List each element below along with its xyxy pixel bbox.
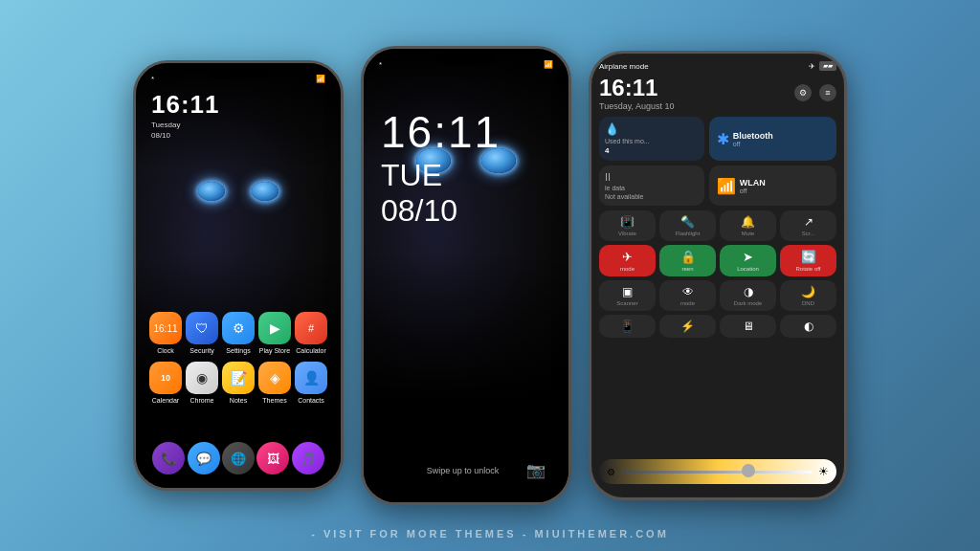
app-calendar[interactable]: 10 Calendar	[149, 362, 182, 404]
dnd-icon: 🌙	[801, 285, 815, 298]
scanner-label: Scanner	[616, 300, 637, 306]
airplane-icon: ✈	[809, 62, 815, 71]
bluetooth-name: Bluetooth	[733, 131, 773, 141]
app-settings[interactable]: ⚙ Settings	[222, 312, 255, 354]
cc-dnd-tile[interactable]: 🌙 DND	[780, 280, 836, 311]
cc-screenshot-tile[interactable]: ↗ Scr...	[780, 210, 836, 241]
rotate-label: Rotate off	[796, 266, 821, 272]
lock-day: TUE	[381, 158, 568, 193]
watermark-text: - VISIT FOR MORE THEMES - MIUITHEMER.COM	[0, 528, 980, 540]
chrome-label: Chrome	[190, 397, 214, 404]
cc-small-tiles-row: 📳 Vibrate 🔦 Flashlight 🔔 Mute ↗ Scr...	[599, 210, 836, 241]
rotate-icon: 🔄	[801, 250, 816, 264]
cat-eyes-1	[198, 182, 278, 201]
themes-icon: ◈	[258, 362, 291, 394]
mute-label: Mute	[742, 231, 754, 236]
dock-music[interactable]: 🎵	[292, 442, 324, 474]
cc-extra-tile[interactable]: ◐	[780, 315, 836, 338]
cc-settings-icon[interactable]: ⚙	[794, 84, 812, 101]
lock-bottom-bar: ⊙ Swipe up to unlock 📷	[364, 461, 568, 479]
cc-darkmode-tile[interactable]: ◑ Dark mode	[720, 280, 776, 311]
darkmode-icon: ◑	[744, 285, 753, 298]
dock-messages[interactable]: 💬	[188, 442, 220, 474]
app-chrome[interactable]: ◉ Chrome	[186, 362, 218, 404]
screen-icon: 🖥	[743, 320, 754, 333]
bluetooth-tile-icon: ✱	[717, 130, 729, 148]
screenshot-label: Scr...	[802, 231, 815, 236]
cat-eye-right-1	[252, 182, 278, 201]
phone-controlcenter: Airplane mode ✈ ▰▰ 16:11 Tuesday, August…	[589, 51, 847, 500]
wlan-text: WLAN off	[740, 178, 766, 194]
cc-time-row: 16:11 Tuesday, August 10 ⚙ ≡	[599, 75, 836, 111]
cc-dark-tiles-row: ▣ Scanner 👁 mode ◑ Dark mode 🌙 DND	[599, 280, 836, 311]
dock-viber[interactable]: 📞	[152, 442, 185, 474]
phone-homescreen: * 📶 16:11 Tuesday 08/10 16:11 Clock 🛡 Se…	[133, 60, 344, 491]
location-icon: ➤	[743, 250, 753, 264]
lock-date: 08/10	[381, 193, 568, 229]
cc-scanner-tile[interactable]: ▣ Scanner	[599, 280, 656, 311]
notes-icon: 📝	[222, 362, 255, 394]
cc-location-tile[interactable]: ➤ Location	[720, 245, 776, 276]
green-label: reen	[681, 266, 693, 272]
green-icon: 🔒	[680, 250, 696, 264]
settings-label: Settings	[226, 347, 250, 354]
app-clock[interactable]: 16:11 Clock	[149, 312, 182, 354]
scanner-icon: ▣	[622, 285, 633, 298]
vibrate-label: Vibrate	[618, 231, 636, 236]
wlan-name: WLAN	[740, 178, 766, 187]
dock-gallery[interactable]: 🖼	[256, 442, 289, 474]
cc-mode-tile[interactable]: 👁 mode	[659, 280, 716, 311]
camera-shortcut-icon[interactable]: ⊙	[387, 461, 399, 479]
swipe-text: Swipe up to unlock	[399, 466, 526, 475]
calculator-label: Calculator	[296, 347, 326, 354]
cc-vibrate-tile[interactable]: 📳 Vibrate	[599, 210, 656, 241]
cc-right-icons: ⚙ ≡	[794, 84, 836, 101]
cc-green-tile[interactable]: 🔒 reen	[659, 245, 716, 276]
app-notes[interactable]: 📝 Notes	[222, 362, 255, 404]
cc-red-tiles-row: ✈ mode 🔒 reen ➤ Location 🔄 Rotate off	[599, 245, 836, 276]
cc-screen-tile[interactable]: 🖥	[720, 315, 776, 338]
app-calculator[interactable]: # Calculator	[295, 312, 327, 354]
cc-mobile-data-tile[interactable]: II le data Not available	[599, 165, 704, 206]
battery-icon: ▰▰	[819, 61, 836, 71]
contacts-label: Contacts	[298, 397, 324, 404]
cc-bluetooth-tile[interactable]: ✱ Bluetooth off	[709, 117, 836, 161]
wifi-icon: 📶	[717, 177, 736, 195]
app-contacts[interactable]: 👤 Contacts	[295, 362, 327, 404]
cc-tiles-row-1: 💧 Used this mo... 4 ✱ Bluetooth off	[599, 117, 836, 161]
cc-mute-tile[interactable]: 🔔 Mute	[720, 210, 776, 241]
cc-used-ram-tile[interactable]: 💧 Used this mo... 4	[599, 117, 704, 161]
mobile-data-icon: II	[605, 171, 699, 183]
cc-rotate-tile[interactable]: 🔄 Rotate off	[780, 245, 836, 276]
themes-label: Themes	[262, 397, 286, 404]
app-themes[interactable]: ◈ Themes	[258, 362, 291, 404]
signal-icons: 📶	[316, 75, 325, 83]
bluetooth-text: Bluetooth off	[733, 131, 773, 147]
cc-airplane-tile[interactable]: ✈ mode	[599, 245, 656, 276]
contacts-icon: 👤	[295, 362, 327, 394]
mute-icon: 🔔	[741, 215, 755, 229]
clock-icon: 16:11	[149, 312, 182, 344]
brightness-settings-icon: ⚙	[607, 467, 615, 477]
phones-container: * 📶 16:11 Tuesday 08/10 16:11 Clock 🛡 Se…	[0, 0, 980, 551]
dock-browser[interactable]: 🌐	[222, 442, 255, 474]
apps-grid: 16:11 Clock 🛡 Security ⚙ Settings ▶ Play…	[136, 312, 341, 411]
brightness-slider[interactable]: ⚙ ☀	[599, 459, 836, 484]
dock-bar: 📞 💬 🌐 🖼 🎵	[136, 442, 341, 474]
airplane-mode-label: Airplane mode	[599, 62, 649, 71]
lock-clock: 16:11	[381, 106, 568, 158]
calendar-label: Calendar	[152, 397, 179, 404]
app-playstore[interactable]: ▶ Play Store	[258, 312, 291, 354]
bluetooth-icon-2: *	[379, 60, 382, 69]
cc-flashlight-tile[interactable]: 🔦 Flashlight	[659, 210, 716, 241]
cc-wlan-tile[interactable]: 📶 WLAN off	[709, 165, 836, 206]
cc-power-tile[interactable]: ⚡	[659, 315, 716, 338]
airplane-tile-icon: ✈	[622, 250, 633, 264]
cc-cast-tile[interactable]: 📱	[599, 315, 656, 338]
cc-menu-icon[interactable]: ≡	[819, 84, 836, 101]
lock-time-display: 16:11 TUE 08/10	[364, 106, 568, 229]
camera-icon[interactable]: 📷	[526, 461, 546, 479]
mobile-data-label: le data	[605, 185, 699, 191]
signal-icons-2: 📶	[544, 60, 553, 69]
app-security[interactable]: 🛡 Security	[186, 312, 218, 354]
